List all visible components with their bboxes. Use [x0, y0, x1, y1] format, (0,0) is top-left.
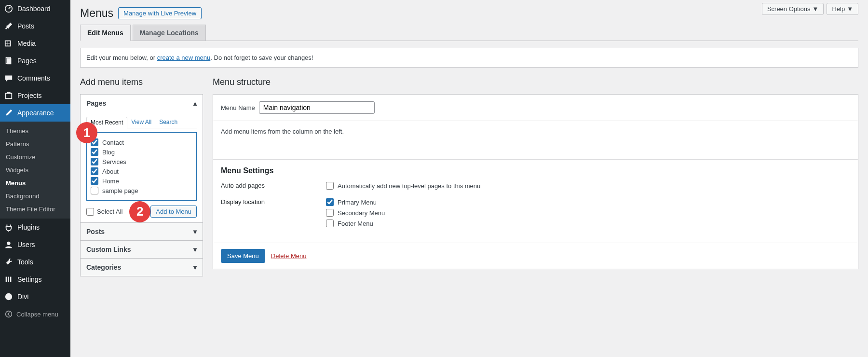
chevron-down-icon: ▼ — [847, 5, 853, 13]
sub-item-menus[interactable]: Menus — [0, 177, 70, 190]
accordion-head-categories[interactable]: Categories ▾ — [81, 259, 203, 276]
sub-item-customize[interactable]: Customize — [0, 151, 70, 164]
sidebar-item-dashboard[interactable]: Dashboard — [0, 0, 70, 17]
annotation-marker-1: 1 — [76, 122, 97, 143]
sidebar-label: Appearance — [17, 109, 54, 117]
chevron-down-icon: ▾ — [193, 228, 197, 235]
page-checkbox-contact[interactable]: Contact — [91, 138, 192, 146]
accordion-posts: Posts ▾ — [81, 222, 203, 240]
sidebar-item-posts[interactable]: Posts — [0, 17, 70, 35]
menu-name-label: Menu Name — [221, 104, 255, 111]
media-icon — [4, 39, 14, 48]
sub-item-theme-file-editor[interactable]: Theme File Editor — [0, 203, 70, 216]
page-checkbox-about[interactable]: About — [91, 167, 192, 175]
sidebar-item-divi[interactable]: Divi — [0, 288, 70, 305]
settings-icon — [4, 275, 14, 284]
tools-icon — [4, 257, 14, 267]
pages-sub-tabs: Most Recent View All Search — [86, 117, 197, 128]
accordion-head-custom-links[interactable]: Custom Links ▾ — [81, 241, 203, 258]
svg-rect-7 — [8, 277, 9, 282]
sidebar-item-tools[interactable]: Tools — [0, 253, 70, 271]
sidebar-label: Pages — [17, 57, 37, 65]
sidebar-item-pages[interactable]: Pages — [0, 52, 70, 69]
svg-point-5 — [7, 242, 10, 245]
comments-icon — [4, 73, 14, 83]
auto-add-label: Auto add pages — [221, 182, 326, 192]
svg-rect-4 — [6, 94, 12, 99]
menu-settings-title: Menu Settings — [221, 166, 850, 175]
admin-sidebar: Dashboard Posts Media Pages Comments Pro… — [0, 0, 70, 357]
location-primary-checkbox[interactable]: Primary Menu — [326, 198, 385, 206]
sidebar-item-users[interactable]: Users — [0, 236, 70, 253]
menu-structure-panel: Menu Name Add menu items from the column… — [213, 94, 858, 269]
collapse-menu[interactable]: Collapse menu — [0, 305, 70, 323]
chevron-down-icon: ▼ — [813, 5, 819, 13]
sidebar-label: Projects — [17, 92, 42, 99]
page-checkbox-blog[interactable]: Blog — [91, 148, 192, 156]
dashboard-icon — [4, 4, 14, 14]
accordion-pages: Pages ▴ Most Recent View All Search 1 — [81, 95, 203, 222]
sidebar-label: Settings — [17, 275, 42, 283]
divi-icon — [4, 292, 14, 302]
location-footer-checkbox[interactable]: Footer Menu — [326, 220, 385, 227]
delete-menu-link[interactable]: Delete Menu — [271, 252, 307, 260]
annotation-marker-2: 2 — [129, 201, 150, 222]
plugin-icon — [4, 222, 14, 232]
live-preview-button[interactable]: Manage with Live Preview — [118, 7, 202, 19]
sidebar-label: Posts — [17, 22, 34, 30]
sub-tab-search[interactable]: Search — [155, 117, 181, 128]
chevron-down-icon: ▾ — [193, 263, 197, 271]
sidebar-item-settings[interactable]: Settings — [0, 271, 70, 288]
chevron-down-icon: ▾ — [193, 246, 197, 253]
sub-item-themes[interactable]: Themes — [0, 124, 70, 137]
accordion-head-posts[interactable]: Posts ▾ — [81, 223, 203, 240]
sub-item-background[interactable]: Background — [0, 190, 70, 203]
sidebar-label: Plugins — [17, 223, 40, 231]
projects-icon — [4, 91, 14, 100]
sidebar-item-comments[interactable]: Comments — [0, 69, 70, 87]
add-to-menu-button[interactable]: Add to Menu — [150, 206, 197, 218]
sidebar-label: Tools — [17, 258, 33, 266]
empty-menu-msg: Add menu items from the column on the le… — [221, 128, 344, 135]
tab-edit-menus[interactable]: Edit Menus — [80, 25, 131, 41]
accordion-head-pages[interactable]: Pages ▴ — [81, 95, 203, 112]
svg-point-9 — [5, 293, 12, 300]
auto-add-checkbox[interactable]: Automatically add new top-level pages to… — [326, 182, 480, 190]
sub-item-widgets[interactable]: Widgets — [0, 164, 70, 177]
collapse-label: Collapse menu — [16, 311, 58, 318]
svg-rect-6 — [6, 277, 7, 282]
user-icon — [4, 240, 14, 249]
appearance-submenu: Themes Patterns Customize Widgets Menus … — [0, 122, 70, 219]
sidebar-item-media[interactable]: Media — [0, 35, 70, 52]
sidebar-item-projects[interactable]: Projects — [0, 87, 70, 104]
pages-checkbox-list: 1 Contact Blog Services About Home sampl… — [86, 132, 197, 201]
pin-icon — [4, 21, 14, 31]
sub-item-patterns[interactable]: Patterns — [0, 137, 70, 151]
collapse-icon — [4, 309, 14, 319]
sidebar-label: Comments — [17, 74, 50, 82]
sidebar-label: Users — [17, 241, 35, 248]
menu-structure-title: Menu structure — [213, 77, 858, 87]
menu-name-input[interactable] — [259, 101, 375, 114]
sidebar-label: Divi — [17, 293, 28, 301]
add-items-accordion: Pages ▴ Most Recent View All Search 1 — [80, 94, 203, 276]
page-checkbox-sample[interactable]: sample page — [91, 187, 192, 194]
sub-tab-view-all[interactable]: View All — [127, 117, 155, 128]
screen-options-button[interactable]: Screen Options ▼ — [762, 3, 824, 15]
select-all-checkbox[interactable]: Select All — [86, 208, 122, 216]
tab-manage-locations[interactable]: Manage Locations — [133, 25, 206, 41]
page-checkbox-services[interactable]: Services — [91, 158, 192, 165]
create-menu-link[interactable]: create a new menu — [157, 54, 211, 61]
nav-tabs: Edit Menus Manage Locations — [80, 25, 858, 41]
accordion-categories: Categories ▾ — [81, 258, 203, 276]
location-secondary-checkbox[interactable]: Secondary Menu — [326, 209, 385, 217]
page-title: Menus — [80, 7, 113, 20]
svg-rect-3 — [7, 58, 11, 65]
notice: Edit your menu below, or create a new me… — [80, 48, 858, 68]
help-button[interactable]: Help ▼ — [827, 3, 858, 15]
save-menu-button[interactable]: Save Menu — [221, 249, 265, 263]
sidebar-label: Dashboard — [17, 5, 51, 13]
page-checkbox-home[interactable]: Home — [91, 177, 192, 185]
sidebar-item-appearance[interactable]: Appearance — [0, 104, 70, 122]
sidebar-item-plugins[interactable]: Plugins — [0, 219, 70, 236]
